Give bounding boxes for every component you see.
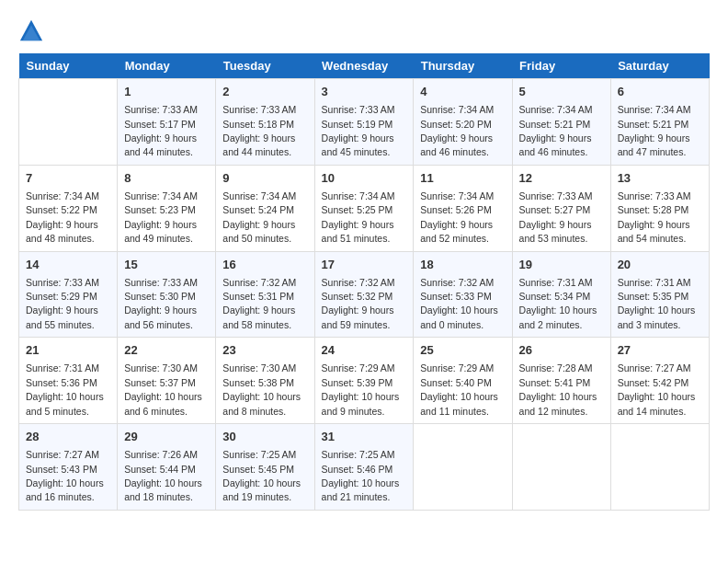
day-info: Sunrise: 7:34 AM Sunset: 5:24 PM Dayligh… xyxy=(222,190,296,244)
day-cell: 20Sunrise: 7:31 AM Sunset: 5:35 PM Dayli… xyxy=(610,251,709,338)
day-number: 10 xyxy=(322,170,407,187)
day-number: 22 xyxy=(124,342,209,359)
day-cell: 2Sunrise: 7:33 AM Sunset: 5:18 PM Daylig… xyxy=(216,79,314,166)
day-number: 23 xyxy=(222,342,307,359)
day-number: 3 xyxy=(322,84,407,100)
day-info: Sunrise: 7:33 AM Sunset: 5:18 PM Dayligh… xyxy=(222,104,296,157)
day-info: Sunrise: 7:33 AM Sunset: 5:19 PM Dayligh… xyxy=(322,104,395,157)
day-cell xyxy=(610,424,709,511)
day-header-tuesday: Tuesday xyxy=(216,53,314,79)
calendar-header: SundayMondayTuesdayWednesdayThursdayFrid… xyxy=(19,53,710,79)
day-cell xyxy=(512,424,610,511)
day-cell: 3Sunrise: 7:33 AM Sunset: 5:19 PM Daylig… xyxy=(314,79,414,166)
day-number: 4 xyxy=(420,84,505,100)
day-info: Sunrise: 7:33 AM Sunset: 5:30 PM Dayligh… xyxy=(124,277,198,330)
day-cell: 28Sunrise: 7:27 AM Sunset: 5:43 PM Dayli… xyxy=(19,424,118,511)
week-row-5: 28Sunrise: 7:27 AM Sunset: 5:43 PM Dayli… xyxy=(19,424,710,511)
day-cell: 6Sunrise: 7:34 AM Sunset: 5:21 PM Daylig… xyxy=(610,79,709,166)
day-info: Sunrise: 7:31 AM Sunset: 5:36 PM Dayligh… xyxy=(26,362,104,416)
page-header xyxy=(18,18,710,44)
day-number: 31 xyxy=(322,429,407,445)
calendar-body: 1Sunrise: 7:33 AM Sunset: 5:17 PM Daylig… xyxy=(19,79,710,511)
day-number: 21 xyxy=(26,342,110,359)
day-cell: 13Sunrise: 7:33 AM Sunset: 5:28 PM Dayli… xyxy=(610,165,709,251)
day-number: 27 xyxy=(618,342,702,359)
day-info: Sunrise: 7:25 AM Sunset: 5:45 PM Dayligh… xyxy=(222,449,301,502)
week-row-3: 14Sunrise: 7:33 AM Sunset: 5:29 PM Dayli… xyxy=(19,251,710,338)
logo xyxy=(18,18,48,44)
day-cell: 1Sunrise: 7:33 AM Sunset: 5:17 PM Daylig… xyxy=(118,79,216,166)
day-number: 13 xyxy=(618,170,702,187)
day-number: 14 xyxy=(26,257,110,273)
day-number: 24 xyxy=(322,342,407,359)
day-info: Sunrise: 7:27 AM Sunset: 5:42 PM Dayligh… xyxy=(618,362,696,416)
day-cell: 27Sunrise: 7:27 AM Sunset: 5:42 PM Dayli… xyxy=(610,338,709,424)
header-row: SundayMondayTuesdayWednesdayThursdayFrid… xyxy=(19,53,710,79)
day-info: Sunrise: 7:34 AM Sunset: 5:21 PM Dayligh… xyxy=(519,104,593,157)
day-info: Sunrise: 7:26 AM Sunset: 5:44 PM Dayligh… xyxy=(124,449,202,502)
day-cell: 31Sunrise: 7:25 AM Sunset: 5:46 PM Dayli… xyxy=(314,424,414,511)
day-header-wednesday: Wednesday xyxy=(314,53,414,79)
day-number: 16 xyxy=(222,257,307,273)
calendar-table: SundayMondayTuesdayWednesdayThursdayFrid… xyxy=(18,53,710,511)
day-cell: 24Sunrise: 7:29 AM Sunset: 5:39 PM Dayli… xyxy=(314,338,414,424)
day-info: Sunrise: 7:30 AM Sunset: 5:37 PM Dayligh… xyxy=(124,362,202,416)
day-number: 30 xyxy=(222,429,307,445)
day-info: Sunrise: 7:34 AM Sunset: 5:22 PM Dayligh… xyxy=(26,190,99,244)
day-cell: 9Sunrise: 7:34 AM Sunset: 5:24 PM Daylig… xyxy=(216,165,314,251)
logo-icon xyxy=(18,18,44,44)
day-cell: 26Sunrise: 7:28 AM Sunset: 5:41 PM Dayli… xyxy=(512,338,610,424)
day-header-sunday: Sunday xyxy=(19,53,118,79)
day-info: Sunrise: 7:29 AM Sunset: 5:39 PM Dayligh… xyxy=(322,362,400,416)
week-row-2: 7Sunrise: 7:34 AM Sunset: 5:22 PM Daylig… xyxy=(19,165,710,251)
day-info: Sunrise: 7:27 AM Sunset: 5:43 PM Dayligh… xyxy=(26,449,104,502)
day-number: 29 xyxy=(124,429,209,445)
day-number: 8 xyxy=(124,170,209,187)
day-cell: 22Sunrise: 7:30 AM Sunset: 5:37 PM Dayli… xyxy=(118,338,216,424)
day-info: Sunrise: 7:34 AM Sunset: 5:20 PM Dayligh… xyxy=(420,104,494,157)
day-info: Sunrise: 7:32 AM Sunset: 5:33 PM Dayligh… xyxy=(420,277,498,330)
day-header-friday: Friday xyxy=(512,53,610,79)
day-cell: 30Sunrise: 7:25 AM Sunset: 5:45 PM Dayli… xyxy=(216,424,314,511)
day-number: 26 xyxy=(519,342,604,359)
day-info: Sunrise: 7:34 AM Sunset: 5:21 PM Dayligh… xyxy=(618,104,691,157)
day-number: 9 xyxy=(222,170,307,187)
day-cell: 5Sunrise: 7:34 AM Sunset: 5:21 PM Daylig… xyxy=(512,79,610,166)
day-number: 11 xyxy=(420,170,505,187)
week-row-4: 21Sunrise: 7:31 AM Sunset: 5:36 PM Dayli… xyxy=(19,338,710,424)
day-info: Sunrise: 7:33 AM Sunset: 5:27 PM Dayligh… xyxy=(519,190,593,244)
day-cell: 8Sunrise: 7:34 AM Sunset: 5:23 PM Daylig… xyxy=(118,165,216,251)
day-info: Sunrise: 7:33 AM Sunset: 5:28 PM Dayligh… xyxy=(618,190,691,244)
day-cell: 12Sunrise: 7:33 AM Sunset: 5:27 PM Dayli… xyxy=(512,165,610,251)
day-info: Sunrise: 7:30 AM Sunset: 5:38 PM Dayligh… xyxy=(222,362,301,416)
day-cell xyxy=(19,79,118,166)
day-info: Sunrise: 7:33 AM Sunset: 5:17 PM Dayligh… xyxy=(124,104,198,157)
day-cell: 11Sunrise: 7:34 AM Sunset: 5:26 PM Dayli… xyxy=(414,165,512,251)
day-header-thursday: Thursday xyxy=(414,53,512,79)
day-number: 12 xyxy=(519,170,604,187)
day-info: Sunrise: 7:34 AM Sunset: 5:23 PM Dayligh… xyxy=(124,190,198,244)
day-number: 1 xyxy=(124,84,209,100)
day-info: Sunrise: 7:25 AM Sunset: 5:46 PM Dayligh… xyxy=(322,449,400,502)
day-info: Sunrise: 7:32 AM Sunset: 5:32 PM Dayligh… xyxy=(322,277,395,330)
day-header-saturday: Saturday xyxy=(610,53,709,79)
day-number: 17 xyxy=(322,257,407,273)
day-info: Sunrise: 7:28 AM Sunset: 5:41 PM Dayligh… xyxy=(519,362,597,416)
day-cell: 7Sunrise: 7:34 AM Sunset: 5:22 PM Daylig… xyxy=(19,165,118,251)
day-info: Sunrise: 7:29 AM Sunset: 5:40 PM Dayligh… xyxy=(420,362,498,416)
day-info: Sunrise: 7:32 AM Sunset: 5:31 PM Dayligh… xyxy=(222,277,296,330)
day-cell: 21Sunrise: 7:31 AM Sunset: 5:36 PM Dayli… xyxy=(19,338,118,424)
day-number: 28 xyxy=(26,429,110,445)
day-cell: 19Sunrise: 7:31 AM Sunset: 5:34 PM Dayli… xyxy=(512,251,610,338)
day-number: 6 xyxy=(618,84,702,100)
day-cell: 4Sunrise: 7:34 AM Sunset: 5:20 PM Daylig… xyxy=(414,79,512,166)
day-number: 19 xyxy=(519,257,604,273)
day-cell: 15Sunrise: 7:33 AM Sunset: 5:30 PM Dayli… xyxy=(118,251,216,338)
day-cell: 10Sunrise: 7:34 AM Sunset: 5:25 PM Dayli… xyxy=(314,165,414,251)
day-number: 2 xyxy=(222,84,307,100)
day-cell: 29Sunrise: 7:26 AM Sunset: 5:44 PM Dayli… xyxy=(118,424,216,511)
week-row-1: 1Sunrise: 7:33 AM Sunset: 5:17 PM Daylig… xyxy=(19,79,710,166)
day-number: 18 xyxy=(420,257,505,273)
day-number: 15 xyxy=(124,257,209,273)
day-number: 20 xyxy=(618,257,702,273)
